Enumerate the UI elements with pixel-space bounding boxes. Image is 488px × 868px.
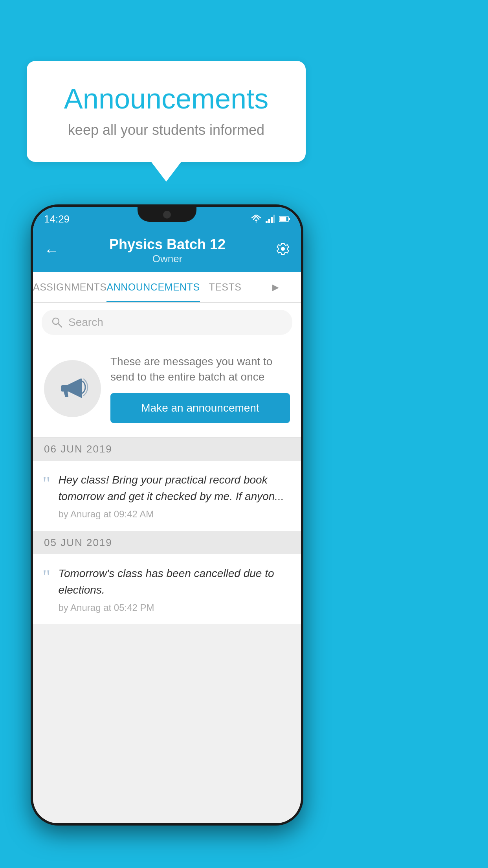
status-icons — [251, 215, 290, 223]
tab-tests[interactable]: TESTS — [200, 272, 251, 302]
wifi-icon — [251, 215, 262, 223]
announcement-item-2[interactable]: " Tomorrow's class has been cancelled du… — [33, 554, 301, 625]
speech-bubble-title: Announcements — [50, 83, 282, 115]
tab-announcements[interactable]: ANNOUNCEMENTS — [106, 272, 200, 302]
promo-icon-circle — [44, 360, 101, 417]
content-area: Search These are messages you wa — [33, 303, 301, 823]
gear-icon — [276, 242, 290, 256]
svg-rect-1 — [268, 219, 270, 223]
search-placeholder: Search — [68, 316, 103, 329]
quote-icon-1: " — [42, 473, 50, 493]
promo-right: These are messages you want to send to t… — [110, 354, 290, 423]
search-icon — [51, 316, 63, 328]
header-title: Physics Batch 12 — [109, 236, 226, 253]
svg-line-9 — [58, 324, 62, 327]
header-center: Physics Batch 12 Owner — [109, 236, 226, 265]
make-announcement-button[interactable]: Make an announcement — [110, 393, 290, 423]
date-divider-1: 06 JUN 2019 — [33, 438, 301, 461]
svg-rect-3 — [273, 215, 275, 223]
announcement-content-2: Tomorrow's class has been cancelled due … — [58, 565, 290, 613]
tab-more[interactable]: ▶ — [250, 272, 301, 302]
app-header: ← Physics Batch 12 Owner — [33, 229, 301, 272]
svg-rect-0 — [266, 221, 268, 223]
speech-bubble-container: Announcements keep all your students inf… — [27, 61, 306, 182]
date-divider-2: 05 JUN 2019 — [33, 531, 301, 554]
search-bar[interactable]: Search — [42, 310, 292, 335]
speech-bubble-subtitle: keep all your students informed — [50, 122, 282, 138]
phone-camera — [163, 211, 171, 219]
announcement-meta-2: by Anurag at 05:42 PM — [58, 602, 290, 613]
back-button[interactable]: ← — [44, 242, 59, 259]
announcement-content-1: Hey class! Bring your practical record b… — [58, 472, 290, 520]
announcement-text-2: Tomorrow's class has been cancelled due … — [58, 565, 290, 598]
megaphone-icon — [57, 373, 88, 404]
phone-screen: 14:29 — [33, 207, 301, 823]
speech-bubble-arrow — [151, 162, 181, 182]
svg-rect-5 — [280, 217, 286, 221]
announcement-meta-1: by Anurag at 09:42 AM — [58, 509, 290, 520]
search-container: Search — [33, 303, 301, 342]
settings-button[interactable] — [276, 242, 290, 259]
tab-assignments[interactable]: ASSIGNMENTS — [33, 272, 106, 302]
promo-description: These are messages you want to send to t… — [110, 354, 290, 384]
quote-icon-2: " — [42, 567, 50, 587]
signal-icon — [266, 215, 275, 223]
announcement-text-1: Hey class! Bring your practical record b… — [58, 472, 290, 505]
phone-container: 14:29 — [31, 204, 303, 826]
svg-rect-6 — [289, 218, 290, 220]
svg-rect-2 — [271, 217, 273, 223]
header-subtitle: Owner — [109, 253, 226, 265]
announcement-item-1[interactable]: " Hey class! Bring your practical record… — [33, 461, 301, 531]
status-time: 14:29 — [44, 213, 70, 225]
speech-bubble: Announcements keep all your students inf… — [27, 61, 306, 162]
phone-outer: 14:29 — [31, 204, 303, 826]
promo-card: These are messages you want to send to t… — [33, 342, 301, 438]
battery-icon — [279, 215, 290, 223]
tabs-bar: ASSIGNMENTS ANNOUNCEMENTS TESTS ▶ — [33, 272, 301, 303]
